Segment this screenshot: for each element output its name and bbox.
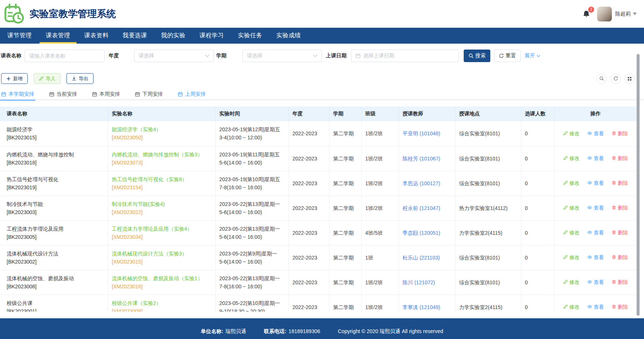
cell-student-count: 0 (521, 121, 554, 146)
cell-experiment: 流体机械现代设计方法（实验3） [XM2023015] (108, 245, 215, 270)
import-button[interactable]: 导入 (34, 73, 61, 84)
experiment-link[interactable]: 流体机械现代设计方法（实验3） (112, 250, 212, 258)
nav-item[interactable]: 实验任务 (232, 28, 269, 44)
experiment-link[interactable]: 工程流体力学理论及应用（实验4） (112, 225, 212, 233)
experiment-link[interactable]: 流体机械的空蚀、磨损及振动（实验1） (112, 274, 212, 282)
teacher-link[interactable]: 平亚明 (101048) (403, 130, 440, 136)
add-button[interactable]: 新增 (1, 73, 28, 84)
add-icon (6, 77, 11, 81)
cell-actions: 修改 查看 删除 (554, 220, 637, 245)
teacher-link[interactable]: 陈川 (121072) (403, 279, 435, 285)
nav-item[interactable]: 课表资料 (78, 28, 115, 44)
year-select[interactable]: 请选择 (134, 50, 214, 62)
cell-actions: 修改 查看 删除 (554, 146, 637, 171)
experiment-link[interactable]: 内燃机流动、燃烧与排放控制（实验3） (112, 150, 212, 159)
view-tabs: 本学期安排 当前安排 本周安排 (0, 89, 644, 100)
cell-actions: 修改 查看 删除 (554, 270, 637, 295)
user-menu[interactable]: 陈超莉 (615, 11, 637, 17)
delete-icon (611, 180, 616, 185)
edit-action[interactable]: 修改 (563, 228, 580, 237)
teacher-link[interactable]: 李思远 (100127) (403, 180, 440, 186)
delete-action[interactable]: 删除 (611, 129, 628, 138)
edit-action[interactable]: 修改 (563, 278, 580, 286)
vertical-scrollbar[interactable] (637, 54, 640, 316)
delete-action[interactable]: 删除 (611, 253, 628, 261)
cell-experiment-time: 2023-05-22|第13周|星期一 5-6(14:00 ~ 16:00) (215, 220, 289, 245)
edit-action[interactable]: 修改 (563, 154, 580, 162)
edit-action[interactable]: 修改 (563, 253, 580, 261)
experiment-code: [XM2023015] (112, 258, 212, 266)
table-row: 流体机械的空蚀、磨损及振动 [BK2023008] 流体机械的空蚀、磨损及振动（… (0, 270, 637, 295)
cell-semester: 第二学期 (329, 270, 361, 295)
nav-item[interactable]: 课表管理 (40, 28, 76, 44)
edit-action[interactable]: 修改 (563, 303, 580, 311)
view-tab-label: 上周安排 (185, 91, 206, 98)
search-button[interactable]: 搜索 (464, 50, 490, 62)
experiment-link[interactable]: 制冷技术与节能(实验4) (112, 200, 212, 208)
nav-item[interactable]: 我要选课 (116, 28, 153, 44)
view-action[interactable]: 查看 (587, 154, 604, 162)
nav-item[interactable]: 实验成绩 (270, 28, 307, 44)
view-action[interactable]: 查看 (587, 278, 604, 286)
view-action[interactable]: 查看 (587, 303, 604, 311)
delete-icon (611, 304, 616, 309)
view-tab[interactable]: 下周安排 (135, 88, 163, 100)
semester-label: 学期 (216, 52, 242, 59)
notifications-button[interactable]: 2 (582, 10, 590, 18)
view-tab[interactable]: 当前安排 (49, 88, 77, 100)
edit-action[interactable]: 修改 (563, 179, 580, 187)
view-action[interactable]: 查看 (587, 228, 604, 237)
experiment-link[interactable]: 热工信号处理与可视化（实验8） (112, 175, 212, 183)
grid-settings-button[interactable] (624, 74, 635, 84)
edit-action[interactable]: 修改 (563, 129, 580, 138)
nav-item[interactable]: 我的实验 (155, 28, 192, 44)
cell-year: 2022-2023 (289, 220, 329, 245)
reset-button[interactable]: 重置 (494, 50, 521, 62)
experiment-link[interactable]: 能源经济学（实验4） (112, 125, 212, 133)
calendar-icon (1, 92, 6, 97)
cell-student-count: 0 (521, 171, 554, 196)
cell-teacher: 季彦颋 (120051) (399, 220, 455, 245)
cell-schedule-name: 校级公共课 [BK2023001] (0, 295, 108, 312)
cell-year: 2022-2023 (289, 121, 329, 146)
teacher-link[interactable]: 程永前 (121047) (403, 205, 440, 211)
view-tab[interactable]: 本学期安排 (1, 88, 34, 100)
experiment-link[interactable]: 校级公共课（实验2） (112, 299, 212, 307)
delete-action[interactable]: 删除 (611, 179, 628, 187)
avatar[interactable] (597, 7, 612, 21)
teacher-link[interactable]: 季彦颋 (120051) (403, 230, 440, 236)
delete-action[interactable]: 删除 (611, 204, 628, 212)
view-action[interactable]: 查看 (587, 253, 604, 261)
cell-year: 2022-2023 (289, 295, 329, 312)
delete-action[interactable]: 删除 (611, 154, 628, 162)
cell-student-count: 0 (521, 146, 554, 171)
edit-icon (563, 131, 568, 136)
teacher-link[interactable]: 杜乐山 (221103) (403, 255, 440, 261)
cell-student-count: 0 (521, 196, 554, 220)
edit-action[interactable]: 修改 (563, 204, 580, 212)
delete-action[interactable]: 删除 (611, 228, 628, 237)
view-action[interactable]: 查看 (587, 179, 604, 187)
zoom-button[interactable] (596, 74, 607, 84)
column-header: 实验时间 (215, 106, 289, 121)
view-action[interactable]: 查看 (587, 204, 604, 212)
teacher-link[interactable]: 陈桂芳 (101067) (403, 156, 440, 162)
view-action[interactable]: 查看 (587, 129, 604, 138)
schedule-name: 内燃机流动、燃烧与排放控制 (7, 150, 104, 159)
caret-down-icon (633, 13, 637, 15)
class-date-input[interactable]: 选择上课日期 (351, 50, 459, 62)
view-tab[interactable]: 本周安排 (92, 88, 120, 100)
nav-item[interactable]: 课节管理 (1, 28, 38, 44)
delete-action[interactable]: 删除 (611, 278, 628, 286)
refresh-button[interactable] (610, 74, 621, 84)
view-tab[interactable]: 上周安排 (178, 88, 206, 100)
teacher-link[interactable]: 李寒滇 (121049) (403, 304, 440, 310)
search-icon (468, 53, 474, 58)
delete-action[interactable]: 删除 (611, 303, 628, 311)
schedule-name-input[interactable] (24, 50, 105, 62)
semester-select[interactable]: 请选择 (242, 50, 322, 62)
cell-semester: 第二学期 (329, 220, 361, 245)
expand-filters-link[interactable]: 展开 (525, 52, 541, 59)
nav-item[interactable]: 课程学习 (193, 28, 230, 44)
export-button[interactable]: 导出 (67, 73, 93, 84)
